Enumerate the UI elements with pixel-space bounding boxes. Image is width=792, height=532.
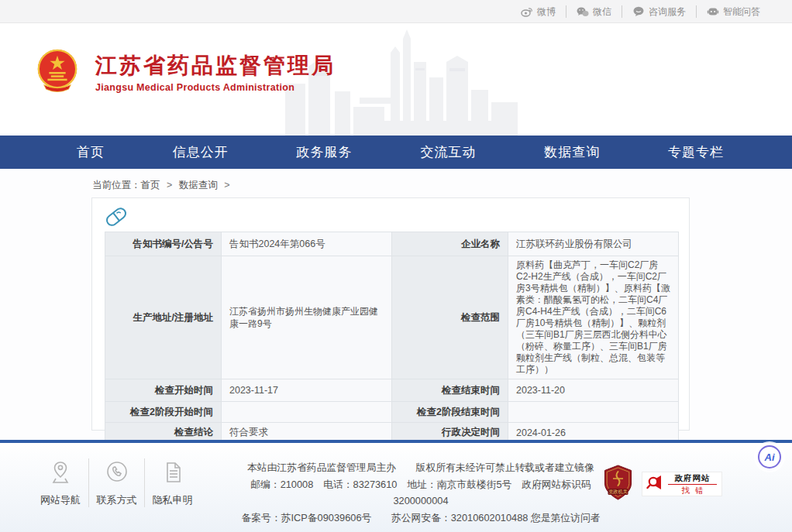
scope-label: 检查范围 — [392, 256, 508, 379]
privacy-statement-label: 隐私申明 — [145, 493, 200, 507]
smart-qa-link[interactable]: 智能问答 — [696, 5, 770, 18]
nav-item-info-disclosure[interactable]: 信息公开 — [173, 143, 229, 161]
nav-item-home[interactable]: 首页 — [77, 143, 105, 161]
notice-no-value: 告知书2024年第066号 — [222, 232, 392, 256]
table-row: 生产地址/注册地址 江苏省扬州市扬州生物健康产业园健康一路9号 检查范围 原料药… — [105, 256, 679, 379]
weibo-icon — [521, 6, 533, 17]
pill-capsule-icon — [105, 205, 128, 228]
gov-site-error-report-text: 政府网站 找错 — [668, 473, 717, 496]
party-gov-shield-badge[interactable]: 党政机关 — [604, 465, 632, 503]
footer-line-contact: 邮编：210008 电话：83273610 地址：南京市鼓楼街5号 政府网站标识… — [223, 476, 618, 510]
breadcrumb-separator: > — [167, 180, 172, 190]
nav-item-interaction[interactable]: 交流互动 — [420, 143, 476, 161]
end-time-value: 2023-11-20 — [508, 379, 679, 402]
breadcrumb-separator: > — [224, 180, 229, 190]
gov-site-error-report-badge[interactable]: 政府网站 找错 — [642, 472, 722, 496]
phase2-end-label: 检查2阶段结束时间 — [392, 402, 508, 423]
footer-line-host: 本站由江苏省药品监督管理局主办 版权所有未经许可禁止转载或者建立镜像 — [223, 459, 618, 476]
gov-site-badge-title: 政府网站 — [675, 473, 711, 483]
notice-no-label: 告知书编号/公告号 — [105, 232, 222, 256]
address-value: 江苏省扬州市扬州生物健康产业园健康一路9号 — [222, 256, 392, 379]
wechat-icon — [577, 6, 589, 17]
phase2-end-value — [508, 402, 679, 423]
shield-badge-label: 党政机关 — [608, 489, 628, 495]
company-label: 企业名称 — [392, 232, 508, 256]
smart-qa-label: 智能问答 — [723, 5, 760, 18]
breadcrumb-prefix: 当前位置： — [92, 180, 141, 190]
contact-link[interactable]: 联系方式 — [88, 458, 144, 507]
end-time-label: 检查结束时间 — [392, 379, 508, 402]
contact-label: 联系方式 — [89, 493, 144, 507]
phase2-start-value — [222, 402, 392, 423]
address-label: 生产地址/注册地址 — [105, 256, 222, 379]
start-time-label: 检查开始时间 — [105, 379, 222, 402]
table-row: 告知书编号/公告号 告知书2024年第066号 企业名称 江苏联环药业股份有限公… — [105, 232, 679, 256]
breadcrumb-data-query-link[interactable]: 数据查询 — [179, 180, 218, 190]
footer-quick-links: 网站导航 联系方式 隐私申明 — [33, 458, 200, 507]
breadcrumb-home-link[interactable]: 首页 — [141, 180, 160, 190]
site-header: 江苏省药品监督管理局 Jiangsu Medical Products Admi… — [0, 23, 792, 136]
main-navigation: 首页 信息公开 政务服务 交流互动 数据查询 专题专栏 — [0, 136, 792, 169]
start-time-value: 2023-11-17 — [222, 379, 392, 402]
breadcrumb: 当前位置：首页 > 数据查询 > — [0, 169, 792, 192]
site-footer: 网站导航 联系方式 隐私申明 — [0, 440, 792, 532]
privacy-statement-link[interactable]: 隐私申明 — [144, 458, 200, 507]
top-utility-bar: 微博 微信 咨询服务 智能问答 — [0, 0, 792, 23]
robot-icon — [707, 6, 719, 17]
weibo-label: 微博 — [537, 5, 556, 18]
phone-icon — [105, 474, 129, 487]
document-icon — [161, 474, 184, 487]
nav-item-data-query[interactable]: 数据查询 — [544, 143, 600, 161]
nav-item-gov-services[interactable]: 政务服务 — [297, 143, 353, 161]
site-navigation-label: 网站导航 — [33, 493, 88, 507]
location-pin-icon — [49, 474, 72, 487]
nav-item-special-columns[interactable]: 专题专栏 — [668, 143, 724, 161]
gov-site-badge-sub: 找错 — [668, 484, 717, 496]
footer-line-icp: 备案号：苏ICP备09039606号 苏公网安备：32010602010488 … — [223, 510, 618, 527]
company-value: 江苏联环药业股份有限公司 — [508, 232, 679, 256]
wechat-label: 微信 — [593, 5, 611, 18]
inspection-detail-table: 告知书编号/公告号 告知书2024年第066号 企业名称 江苏联环药业股份有限公… — [105, 232, 679, 463]
scope-value: 原料药【曲克芦丁，一车间C2厂房C2-H2生产线（合成），一车间C2厂房3号精烘… — [508, 256, 679, 379]
site-navigation-link[interactable]: 网站导航 — [33, 458, 88, 507]
phase2-start-label: 检查2阶段开始时间 — [105, 402, 222, 423]
footer-info-text: 本站由江苏省药品监督管理局主办 版权所有未经许可禁止转载或者建立镜像 邮编：21… — [223, 459, 618, 526]
main-content: 当前位置：首页 > 数据查询 > 告知书编号/公告号 告知书2024年第066号… — [0, 169, 792, 440]
table-row: 检查2阶段开始时间 检查2阶段结束时间 — [105, 402, 679, 423]
footer-badges: 党政机关 政府网站 找错 — [604, 465, 722, 503]
magnifier-icon — [646, 473, 664, 495]
site-title: 江苏省药品监督管理局 — [95, 53, 336, 79]
site-subtitle: Jiangsu Medical Products Administration — [95, 82, 336, 93]
national-emblem-logo — [35, 48, 80, 98]
consult-service-link[interactable]: 咨询服务 — [622, 5, 696, 18]
table-row: 检查开始时间 2023-11-17 检查结束时间 2023-11-20 — [105, 379, 679, 402]
wechat-link[interactable]: 微信 — [566, 5, 622, 18]
consult-service-label: 咨询服务 — [649, 5, 686, 18]
chat-bubble-icon — [632, 6, 645, 17]
inspection-detail-card: 告知书编号/公告号 告知书2024年第066号 企业名称 江苏联环药业股份有限公… — [91, 197, 690, 431]
ai-assistant-button[interactable]: Ai — [758, 445, 781, 469]
weibo-link[interactable]: 微博 — [511, 5, 566, 18]
